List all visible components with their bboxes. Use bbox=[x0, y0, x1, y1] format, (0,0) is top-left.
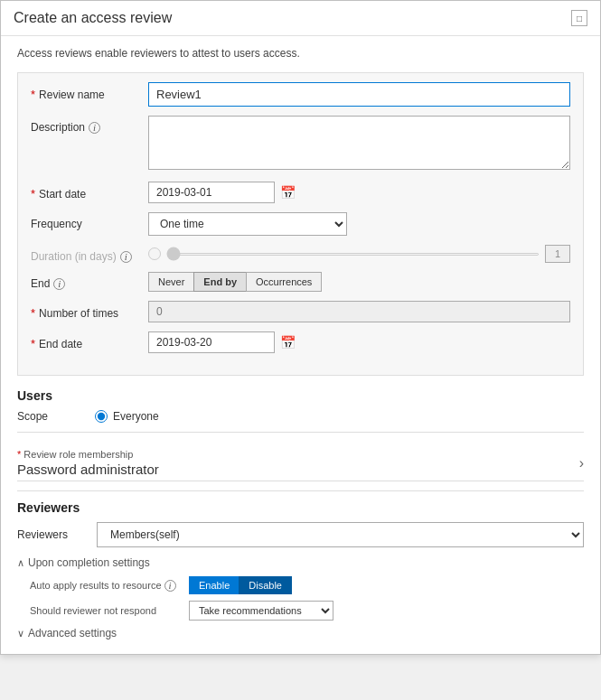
role-info: * Review role membership Password admini… bbox=[17, 449, 159, 477]
end-buttons-group: Never End by Occurrences bbox=[148, 272, 570, 292]
completion-toggle[interactable]: ∧ Upon completion settings bbox=[17, 556, 584, 569]
auto-apply-row: Auto apply results to resource i Enable … bbox=[30, 576, 584, 594]
completion-chevron-up-icon: ∧ bbox=[17, 557, 24, 569]
not-respond-select[interactable]: Take recommendations No change Remove ac… bbox=[189, 601, 333, 621]
completion-body: Auto apply results to resource i Enable … bbox=[17, 576, 584, 621]
role-row[interactable]: * Review role membership Password admini… bbox=[17, 442, 584, 481]
users-section-title: Users bbox=[17, 388, 584, 403]
end-info-icon[interactable]: i bbox=[53, 278, 65, 290]
scope-radio[interactable] bbox=[95, 410, 108, 423]
start-date-row-inner: 📅 bbox=[148, 182, 570, 203]
num-times-control bbox=[148, 301, 570, 322]
advanced-toggle[interactable]: ∨ Advanced settings bbox=[17, 627, 584, 639]
end-date-calendar-icon[interactable]: 📅 bbox=[280, 335, 296, 350]
start-date-row: * Start date 📅 bbox=[31, 182, 570, 203]
main-window: Create an access review □ Access reviews… bbox=[0, 0, 601, 655]
reviewers-select[interactable]: Members(self) Selected user(s) Manager bbox=[97, 522, 584, 547]
duration-row: Duration (in days) i bbox=[31, 245, 570, 263]
description-row: Description i bbox=[31, 116, 570, 173]
completion-label: Upon completion settings bbox=[28, 556, 150, 569]
main-form-box: * Review name Description i bbox=[17, 72, 584, 376]
description-label: Description i bbox=[31, 116, 148, 134]
duration-number-input[interactable] bbox=[545, 245, 570, 263]
end-endby-button[interactable]: End by bbox=[193, 272, 247, 292]
description-textarea[interactable] bbox=[148, 116, 570, 170]
end-date-label: * End date bbox=[31, 331, 148, 350]
form-content: Access reviews enable reviewers to attes… bbox=[1, 36, 600, 654]
not-respond-label: Should reviewer not respond bbox=[30, 605, 183, 616]
users-section: Users Scope Everyone * Review role membe… bbox=[17, 388, 584, 491]
duration-control bbox=[148, 245, 570, 263]
end-date-control: 📅 bbox=[148, 331, 570, 353]
required-star: * bbox=[31, 88, 35, 101]
review-name-row: * Review name bbox=[31, 82, 570, 107]
review-name-control bbox=[148, 82, 570, 107]
enddate-required-star: * bbox=[31, 337, 35, 350]
end-control: Never End by Occurrences bbox=[148, 272, 570, 292]
start-date-control: 📅 bbox=[148, 182, 570, 203]
advanced-label: Advanced settings bbox=[28, 627, 117, 639]
role-divider bbox=[17, 490, 584, 491]
reviewers-label: Reviewers bbox=[17, 528, 89, 541]
frequency-row: Frequency One time Weekly Monthly Quarte… bbox=[31, 212, 570, 236]
role-req-label: * Review role membership bbox=[17, 449, 159, 460]
reviewers-row: Reviewers Members(self) Selected user(s)… bbox=[17, 522, 584, 547]
reviewers-section: Reviewers Reviewers Members(self) Select… bbox=[17, 500, 584, 639]
enable-button[interactable]: Enable bbox=[189, 576, 239, 594]
end-occurrences-button[interactable]: Occurrences bbox=[246, 272, 322, 292]
title-bar: Create an access review □ bbox=[1, 1, 600, 36]
start-date-input[interactable] bbox=[148, 182, 275, 203]
duration-slider[interactable] bbox=[166, 253, 540, 256]
num-times-row: * Number of times bbox=[31, 301, 570, 322]
review-name-input[interactable] bbox=[148, 82, 570, 107]
auto-apply-label: Auto apply results to resource i bbox=[30, 580, 183, 592]
duration-radio[interactable] bbox=[148, 247, 161, 260]
disable-button[interactable]: Disable bbox=[239, 576, 292, 594]
description-control bbox=[148, 116, 570, 173]
review-name-label: * Review name bbox=[31, 82, 148, 101]
duration-info-icon[interactable]: i bbox=[120, 251, 132, 263]
end-date-row-inner: 📅 bbox=[148, 331, 570, 353]
duration-row-inner bbox=[148, 245, 570, 263]
scope-value: Everyone bbox=[113, 410, 159, 423]
subtitle-text: Access reviews enable reviewers to attes… bbox=[17, 47, 584, 60]
start-required-star: * bbox=[31, 187, 35, 201]
advanced-chevron-down-icon: ∨ bbox=[17, 628, 24, 639]
num-required-star: * bbox=[31, 306, 35, 320]
end-row: End i Never End by Occurrences bbox=[31, 272, 570, 292]
start-date-calendar-icon[interactable]: 📅 bbox=[280, 185, 296, 200]
minimize-button[interactable]: □ bbox=[571, 10, 587, 26]
chevron-right-icon: › bbox=[579, 455, 584, 471]
auto-apply-info-icon[interactable]: i bbox=[164, 580, 176, 592]
description-info-icon[interactable]: i bbox=[89, 122, 100, 134]
frequency-select[interactable]: One time Weekly Monthly Quarterly Annual… bbox=[148, 212, 347, 236]
window-title: Create an access review bbox=[14, 10, 172, 26]
frequency-label: Frequency bbox=[31, 212, 148, 230]
scope-label: Scope bbox=[17, 410, 89, 423]
scope-row: Scope Everyone bbox=[17, 410, 584, 423]
end-label: End i bbox=[31, 272, 148, 290]
duration-label: Duration (in days) i bbox=[31, 245, 148, 263]
frequency-control: One time Weekly Monthly Quarterly Annual… bbox=[148, 212, 570, 236]
num-times-input[interactable] bbox=[148, 301, 570, 322]
not-respond-row: Should reviewer not respond Take recomme… bbox=[30, 601, 584, 621]
end-date-row: * End date 📅 bbox=[31, 331, 570, 353]
num-times-label: * Number of times bbox=[31, 301, 148, 320]
start-date-label: * Start date bbox=[31, 182, 148, 201]
users-divider bbox=[17, 432, 584, 433]
role-value-text: Password administrator bbox=[17, 462, 159, 477]
auto-apply-toggle: Enable Disable bbox=[189, 576, 291, 594]
reviewers-section-title: Reviewers bbox=[17, 500, 584, 515]
end-date-input[interactable] bbox=[148, 331, 275, 353]
end-never-button[interactable]: Never bbox=[148, 272, 194, 292]
